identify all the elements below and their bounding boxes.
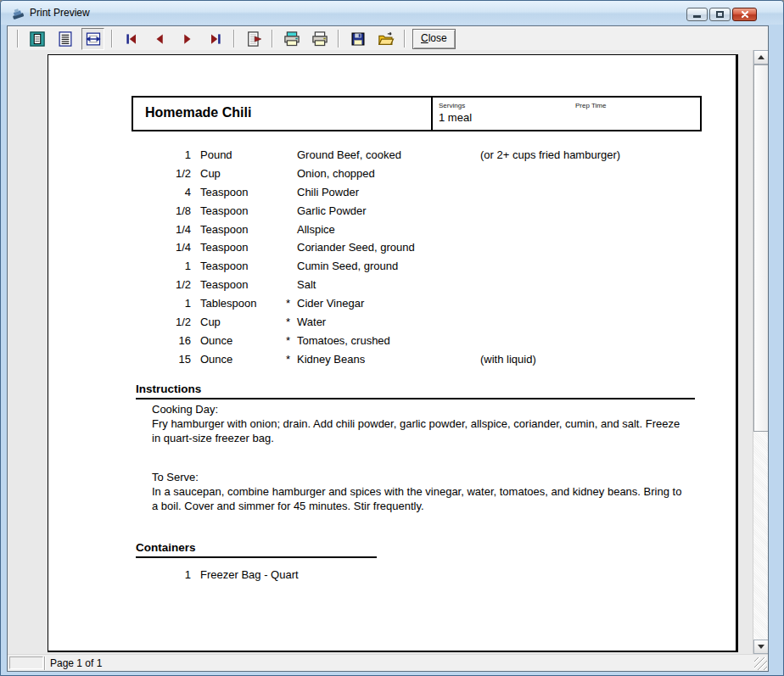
ingredient-name: Ground Beef, cooked: [297, 148, 480, 167]
scrollbar-thumb[interactable]: [753, 64, 768, 432]
titlebar[interactable]: Print Preview: [1, 1, 783, 25]
ingredient-marker: *: [286, 353, 297, 372]
ingredient-marker: *: [286, 334, 297, 353]
scroll-up-icon: [758, 55, 764, 59]
recipe-title: Homemade Chili: [145, 105, 251, 120]
ingredient-unit: Ounce: [200, 353, 286, 372]
ingredient-note: [480, 297, 736, 316]
ingredient-unit: Cup: [200, 167, 286, 186]
ingredient-marker: [286, 223, 297, 242]
ingredient-name: Coriander Seed, ground: [297, 241, 480, 260]
ingredient-unit: Pound: [200, 148, 286, 167]
print-setup-icon: [283, 31, 300, 47]
ingredient-marker: [286, 241, 297, 260]
whole-page-icon: [29, 31, 46, 47]
ingredient-marker: *: [286, 316, 297, 334]
resize-grip[interactable]: [754, 657, 767, 670]
ingredient-note: (with liquid): [480, 353, 736, 372]
close-preview-label: Close: [421, 32, 447, 44]
client-area: Close Homemade Chili Servings 1 meal Pre…: [7, 25, 769, 672]
scroll-up-button[interactable]: [753, 50, 768, 64]
scroll-down-icon: [758, 645, 764, 649]
ingredient-name: Allspice: [297, 223, 480, 242]
window-controls: [686, 8, 757, 21]
instruction-section: To Serve: In a saucepan, combine hamburg…: [152, 470, 695, 513]
vertical-scrollbar[interactable]: [753, 50, 768, 654]
ingredient-qty: 1/4: [48, 241, 191, 260]
ingredient-qty: 15: [48, 353, 191, 372]
ingredients-list: 1 Pound Ground Beef, cooked (or 2+ cups …: [48, 148, 736, 372]
servings-value: 1 meal: [439, 111, 472, 124]
goto-page-icon: [245, 31, 262, 47]
ingredient-unit: Teaspoon: [200, 204, 286, 223]
ingredient-unit: Teaspoon: [200, 223, 286, 242]
ingredient-qty: 1/2: [48, 167, 191, 186]
instruction-label: Cooking Day:: [152, 402, 695, 416]
ingredient-qty: 1/2: [48, 316, 191, 334]
instruction-text: Fry hamburger with onion; drain. Add chi…: [152, 416, 688, 445]
instruction-section: Cooking Day: Fry hamburger with onion; d…: [152, 402, 695, 445]
first-page-button[interactable]: [120, 28, 143, 50]
page-width-button[interactable]: [81, 28, 104, 50]
ingredient-row: 1/2 Teaspoon Salt: [48, 278, 736, 297]
goto-page-button[interactable]: [242, 28, 265, 50]
scroll-down-button[interactable]: [753, 640, 768, 654]
close-window-button[interactable]: [732, 8, 757, 21]
ingredient-qty: 16: [48, 334, 191, 353]
ingredient-name: Kidney Beans: [297, 353, 480, 372]
maximize-icon: [716, 11, 724, 18]
ingredient-marker: [286, 186, 297, 204]
preview-area: Homemade Chili Servings 1 meal Prep Time…: [8, 50, 768, 654]
ingredient-name: Tomatoes, crushed: [297, 334, 480, 353]
print-preview-window: Print Preview: [0, 0, 784, 676]
text-view-button[interactable]: [53, 28, 76, 50]
ingredient-row: 1/4 Teaspoon Coriander Seed, ground: [48, 241, 736, 260]
ingredient-row: 15 Ounce * Kidney Beans (with liquid): [48, 353, 736, 372]
ingredient-marker: *: [286, 297, 297, 316]
ingredient-name: Garlic Powder: [297, 204, 480, 223]
close-icon: [740, 9, 750, 20]
print-preview-icon: [10, 6, 25, 20]
next-page-button[interactable]: [176, 28, 199, 50]
print-button[interactable]: [308, 28, 331, 50]
ingredient-qty: 1: [48, 260, 191, 278]
ingredient-row: 1 Teaspoon Cumin Seed, ground: [48, 260, 736, 278]
open-icon: [378, 31, 395, 47]
minimize-icon: [693, 15, 701, 18]
toolbar-separator: [17, 30, 19, 47]
ingredient-unit: Cup: [200, 316, 286, 334]
container-row: 1 Freezer Bag - Quart: [48, 568, 736, 587]
ingredient-name: Cider Vinegar: [297, 297, 480, 316]
ingredient-note: [480, 316, 736, 334]
header-divider: [431, 98, 433, 130]
ingredient-row: 16 Ounce * Tomatoes, crushed: [48, 334, 736, 353]
ingredient-unit: Tablespoon: [200, 297, 286, 316]
close-preview-button[interactable]: Close: [412, 29, 456, 49]
ingredient-note: [480, 186, 736, 204]
ingredient-qty: 1: [48, 148, 191, 167]
ingredient-note: [480, 204, 736, 223]
ingredient-row: 1 Tablespoon * Cider Vinegar: [48, 297, 736, 316]
ingredient-marker: [286, 148, 297, 167]
ingredient-note: [480, 167, 736, 186]
minimize-button[interactable]: [686, 8, 708, 21]
save-button[interactable]: [346, 28, 369, 50]
ingredient-row: 1 Pound Ground Beef, cooked (or 2+ cups …: [48, 148, 736, 167]
status-bar: Page 1 of 1: [8, 654, 768, 671]
ingredient-unit: Teaspoon: [200, 186, 286, 204]
ingredient-name: Chili Powder: [297, 186, 480, 204]
maximize-button[interactable]: [709, 8, 731, 21]
ingredient-row: 1/2 Cup * Water: [48, 316, 736, 334]
ingredient-marker: [286, 204, 297, 223]
open-button[interactable]: [374, 28, 397, 50]
containers-list: 1 Freezer Bag - Quart: [48, 568, 736, 587]
prep-time-label: Prep Time: [575, 102, 606, 109]
next-page-icon: [179, 31, 196, 47]
toolbar: Close: [8, 26, 768, 50]
print-setup-button[interactable]: [280, 28, 303, 50]
toolbar-separator: [111, 30, 113, 47]
whole-page-button[interactable]: [25, 28, 48, 50]
last-page-button[interactable]: [204, 28, 227, 50]
prev-page-button[interactable]: [148, 28, 171, 50]
ingredient-name: Onion, chopped: [297, 167, 480, 186]
